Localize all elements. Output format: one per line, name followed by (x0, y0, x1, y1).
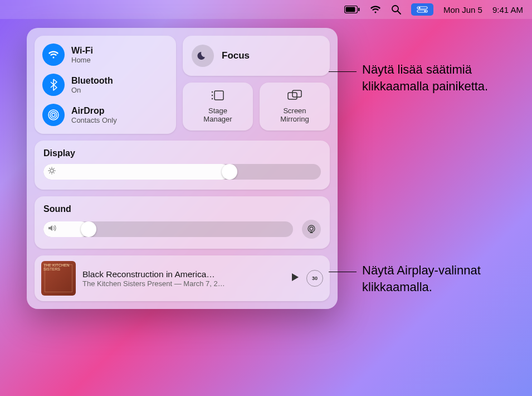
callout-line (329, 71, 357, 72)
volume-icon (48, 224, 57, 234)
now-playing-card[interactable]: THE KITCHEN SISTERS Black Reconstruction… (35, 255, 330, 301)
focus-button[interactable]: Focus (183, 36, 330, 76)
svg-point-14 (212, 95, 213, 96)
callout-line (329, 272, 357, 272)
airdrop-item[interactable]: AirDrop Contacts Only (42, 104, 168, 126)
wifi-icon (42, 44, 65, 66)
svg-point-9 (52, 113, 55, 117)
stage-manager-label: Stage Manager (203, 107, 232, 124)
svg-point-8 (424, 11, 426, 12)
menubar-date[interactable]: Mon Jun 5 (443, 5, 482, 15)
album-cover: THE KITCHEN SISTERS (41, 261, 76, 296)
display-card: Display (35, 141, 330, 190)
control-center-panel: Wi-Fi Home Bluetooth On AirDrop (27, 28, 338, 309)
control-center-button[interactable] (411, 3, 433, 16)
svg-point-6 (418, 7, 420, 9)
airdrop-sub: Contacts Only (71, 116, 117, 124)
bluetooth-item[interactable]: Bluetooth On (42, 74, 168, 96)
callout-focus: Näytä lisää säätimiä klikkaamalla painik… (362, 61, 529, 94)
svg-line-24 (53, 172, 54, 173)
display-slider[interactable] (43, 164, 321, 180)
stage-manager-button[interactable]: Stage Manager (183, 83, 253, 131)
focus-label: Focus (222, 50, 250, 61)
svg-rect-1 (345, 7, 355, 12)
menubar-time[interactable]: 9:41 AM (492, 5, 523, 15)
svg-point-3 (392, 6, 398, 12)
wifi-menubar-icon (370, 5, 381, 14)
wifi-item[interactable]: Wi-Fi Home (42, 44, 168, 66)
airdrop-title: AirDrop (71, 106, 117, 116)
svg-rect-12 (214, 91, 223, 100)
svg-line-23 (49, 168, 50, 168)
svg-point-28 (310, 227, 313, 230)
airdrop-icon (42, 104, 65, 126)
connectivity-card: Wi-Fi Home Bluetooth On AirDrop (35, 36, 176, 134)
bluetooth-title: Bluetooth (71, 76, 113, 86)
battery-icon (344, 6, 360, 13)
sound-title: Sound (43, 204, 321, 214)
bluetooth-sub: On (71, 86, 113, 94)
airplay-button[interactable] (302, 220, 321, 239)
svg-line-26 (53, 168, 54, 168)
screen-mirroring-icon (287, 89, 302, 104)
svg-point-10 (50, 112, 57, 118)
svg-rect-2 (358, 8, 360, 11)
screen-mirroring-label: Screen Mirroring (280, 107, 309, 124)
stage-manager-icon (211, 89, 225, 104)
sound-card: Sound (35, 196, 330, 249)
callout-airplay: Näytä Airplay-valinnat klikkaamalla. (362, 262, 529, 295)
menubar: Mon Jun 5 9:41 AM (0, 0, 532, 19)
moon-icon (192, 45, 214, 67)
media-subtitle: The Kitchen Sisters Present — March 7, 2… (82, 279, 283, 288)
screen-mirroring-button[interactable]: Screen Mirroring (260, 83, 330, 131)
bluetooth-icon (42, 74, 65, 96)
wifi-title: Wi-Fi (71, 46, 93, 56)
display-title: Display (43, 148, 321, 158)
brightness-icon (48, 167, 56, 177)
svg-line-4 (398, 11, 401, 14)
right-column: Focus Stage Manager Screen Mirroring (183, 36, 330, 134)
search-icon[interactable] (391, 4, 401, 15)
svg-point-18 (50, 169, 53, 172)
skip-forward-30-button[interactable]: 30 (306, 270, 323, 287)
wifi-sub: Home (71, 56, 93, 64)
svg-point-13 (212, 91, 213, 93)
sound-slider[interactable] (43, 221, 293, 237)
media-title: Black Reconstruction in America… (82, 269, 283, 279)
svg-point-15 (212, 98, 213, 99)
play-button[interactable] (290, 272, 300, 284)
svg-line-25 (49, 172, 50, 173)
